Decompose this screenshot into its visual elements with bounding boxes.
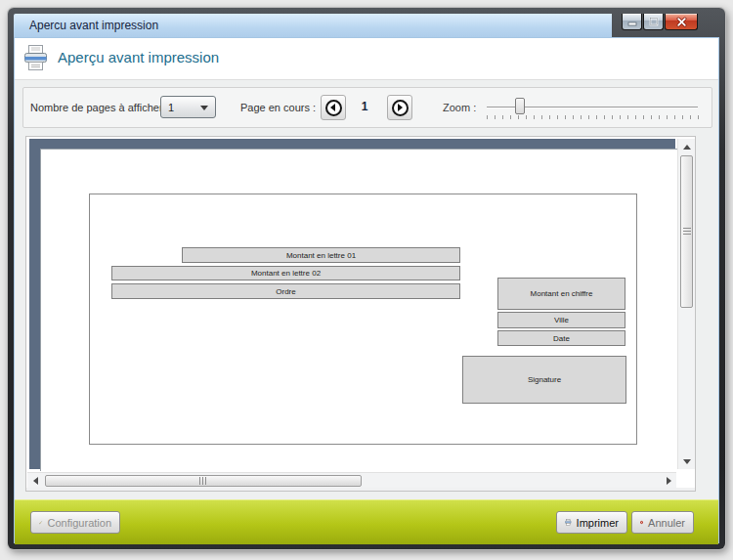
pages-count-value: 1 (168, 102, 174, 113)
field-montant-en-lettre-01: Montant en lettre 01 (182, 247, 460, 263)
page-margin-top (29, 139, 675, 149)
maximize-icon (649, 17, 659, 26)
current-page-label: Page en cours : (240, 102, 316, 113)
chevron-down-icon (200, 106, 208, 110)
scroll-up-button[interactable] (678, 139, 695, 154)
printer-icon (22, 43, 50, 73)
preview-panel: Montant en lettre 01 Montant en lettre 0… (25, 136, 696, 492)
zoom-slider-thumb[interactable] (515, 98, 525, 114)
previous-page-icon (325, 100, 342, 116)
minimize-icon (627, 17, 637, 26)
next-page-icon (392, 100, 409, 116)
cancel-button[interactable]: Annuler (631, 511, 694, 534)
field-montant-en-lettre-02: Montant en lettre 02 (111, 266, 460, 280)
cancel-label: Annuler (648, 517, 685, 529)
down-arrow-icon (683, 459, 691, 464)
field-ordre: Ordre (111, 283, 460, 299)
footer-bar: Configuration Imprimer Annuler (15, 499, 718, 544)
vertical-scrollbar[interactable] (677, 139, 695, 469)
cancel-icon (640, 516, 643, 529)
previous-page-button[interactable] (321, 95, 346, 120)
close-icon (676, 17, 687, 27)
scroll-left-button[interactable] (27, 473, 43, 488)
configuration-label: Configuration (48, 517, 111, 529)
grip-icon (199, 477, 207, 485)
vertical-scrollbar-thumb[interactable] (680, 155, 693, 308)
field-date: Date (497, 330, 625, 346)
pages-count-label: Nombre de pages à afficher : (30, 102, 169, 113)
horizontal-scrollbar[interactable] (27, 472, 676, 488)
header: Aperçu avant impression (15, 38, 718, 79)
horizontal-scrollbar-thumb[interactable] (45, 475, 362, 487)
pages-count-select[interactable]: 1 (160, 96, 216, 118)
print-button[interactable]: Imprimer (556, 511, 627, 534)
panel-bottom-strip (26, 488, 695, 491)
close-button[interactable] (665, 14, 698, 30)
next-page-button[interactable] (387, 95, 412, 120)
printer-icon (565, 516, 572, 529)
print-label: Imprimer (577, 517, 619, 529)
zoom-label: Zoom : (443, 102, 476, 113)
zoom-slider-ticks (487, 115, 700, 119)
window-content: Aperçu avant impression Nombre de pages … (14, 37, 719, 543)
right-arrow-icon (667, 477, 671, 485)
field-montant-en-chiffre: Montant en chiffre (497, 278, 625, 310)
configuration-button[interactable]: Configuration (30, 511, 120, 534)
titlebar[interactable]: Apercu avant impression (14, 14, 612, 37)
caption-buttons (621, 14, 698, 30)
up-arrow-icon (683, 145, 691, 150)
tools-icon (39, 516, 43, 529)
scroll-right-button[interactable] (661, 473, 676, 488)
page-margin-left (29, 139, 40, 469)
maximize-button[interactable] (643, 14, 664, 30)
field-ville: Ville (497, 312, 625, 328)
print-preview-window: Apercu avant impression (8, 8, 725, 549)
scroll-down-button[interactable] (678, 453, 695, 469)
current-page-value: 1 (354, 100, 375, 113)
page-title: Aperçu avant impression (58, 49, 219, 65)
window-title: Apercu avant impression (29, 19, 158, 32)
grip-icon (683, 228, 691, 236)
field-signature: Signature (462, 356, 626, 404)
minimize-button[interactable] (622, 14, 642, 30)
left-arrow-icon (33, 477, 38, 485)
